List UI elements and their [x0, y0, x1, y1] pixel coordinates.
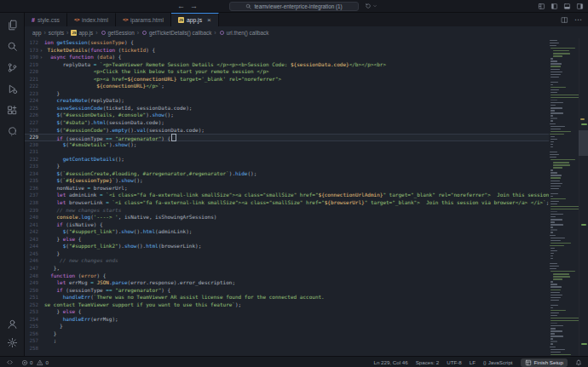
code-line[interactable]: 246// new changes ends [25, 257, 588, 265]
indentation-setting[interactable]: Spaces: 2 [416, 359, 440, 365]
code-line[interactable]: 251handleErr(`There was no TeamViewer AR… [25, 294, 588, 301]
code-line[interactable]: 229if (sessionType == "arregenarator") { [25, 134, 588, 141]
notifications-bell[interactable] [575, 359, 582, 366]
code-line[interactable]: 258 [25, 345, 588, 353]
files-icon[interactable] [7, 20, 18, 31]
fold-gutter [38, 243, 44, 250]
code-line[interactable]: 244$("#support_link2").show().html(brows… [25, 243, 588, 250]
js-icon: JS [71, 30, 77, 36]
code-line[interactable]: 256} [25, 330, 588, 338]
code-line[interactable]: 247}, [25, 265, 588, 272]
code-line[interactable]: 236nonNative = browserUrl; [25, 185, 588, 192]
code-line[interactable]: 252se contact TeamViewer support if you … [25, 301, 588, 309]
eol-setting[interactable]: LF [470, 359, 476, 365]
vscode-window: ←→ teamviewer-enterprice-integration (1)… [0, 0, 588, 367]
breadcrumb-item[interactable]: scripts [49, 30, 64, 36]
forward-icon[interactable]: → [190, 3, 198, 10]
remote-indicator[interactable] [6, 358, 14, 366]
fold-gutter [38, 170, 44, 178]
code-line[interactable]: 240console.log('----> ', isNative, isSho… [25, 214, 588, 221]
split-editor-icon[interactable] [561, 16, 568, 24]
code-line[interactable]: 219replyData = `<p>TeamViewer Remote Ses… [25, 61, 588, 69]
code-line[interactable]: 224createNote(replyData); [25, 97, 588, 105]
account-icon[interactable] [7, 318, 18, 330]
code-line[interactable]: 238let browserLink = `<i class="fa fa-ex… [25, 199, 588, 207]
breadcrumb-item[interactable]: getSession [101, 30, 135, 36]
breadcrumb-item[interactable]: JSapp.js [71, 30, 93, 36]
code-line[interactable]: 225saveSessionCode(ticketId, sessionData… [25, 105, 588, 112]
code-line[interactable]: 237let adminLink = `<i class="fa fa-exte… [25, 192, 588, 199]
customize-layout-icon[interactable] [538, 3, 545, 10]
panel-bottom-icon[interactable] [563, 3, 571, 10]
panel-right-icon[interactable] [576, 3, 584, 10]
code-line[interactable]: 241if (isNative) { [25, 221, 588, 229]
breadcrumb-item[interactable]: app [32, 30, 42, 36]
code-line[interactable]: 226$("#sessionDetails, #console").show()… [25, 112, 588, 119]
code-editor[interactable]: 172ion getSession(sessionType) {173›Tick… [25, 38, 588, 356]
code-line[interactable]: 242$("#support_link").show().html(adminL… [25, 228, 588, 236]
close-icon[interactable]: × [207, 18, 211, 23]
fold-chevron-icon[interactable]: › [38, 47, 44, 54]
tab-index.html[interactable]: <>index.html [67, 13, 116, 26]
sync-icon[interactable] [365, 3, 372, 9]
code-line[interactable]: 233} [25, 163, 588, 170]
code-line[interactable]: 232getContactDetails(); [25, 156, 588, 163]
code-line[interactable]: 248function (error) { [25, 272, 588, 280]
panel-left-icon[interactable] [551, 3, 558, 10]
tab-app.js[interactable]: JSapp.js× [171, 13, 219, 26]
vertical-scrollbar[interactable] [579, 130, 588, 156]
breadcrumb-item[interactable]: getTicketDetails() callback [141, 30, 211, 36]
line-number: 239 [27, 207, 38, 215]
code-line[interactable]: 172ion getSession(sessionType) { [25, 39, 588, 47]
line-number: 243 [27, 236, 38, 244]
activity-bar [0, 13, 25, 356]
code-line[interactable]: 235$(`#${sessionType}`).show(); [25, 177, 588, 185]
command-center-search[interactable]: teamviewer-enterprice-integration (1) [229, 2, 359, 11]
code-line[interactable]: 230$("#smsDetails").show(); [25, 141, 588, 149]
code-line[interactable]: 234$(`#sessionCreate,#loading, #arregena… [25, 170, 588, 178]
code-line[interactable]: 250if (sessionType == "arregenarator") { [25, 287, 588, 295]
html-icon: <> [74, 17, 79, 23]
code-line[interactable]: 221<p><a href=${connectionURL} target='_… [25, 76, 588, 83]
fold-chevron-icon[interactable]: › [38, 54, 44, 61]
code-line[interactable]: 239// new changes starts [25, 207, 588, 215]
remote-explorer-icon[interactable] [7, 126, 18, 137]
tab-style.css[interactable]: #style.css [25, 13, 67, 26]
run-debug-icon[interactable] [7, 83, 18, 95]
fold-gutter [38, 316, 44, 324]
search-icon[interactable] [7, 41, 18, 52]
extensions-icon[interactable] [7, 105, 18, 116]
code-line[interactable]: 223} [25, 90, 588, 98]
code-line[interactable]: 245} [25, 250, 588, 258]
code-line[interactable]: 254handleErr(errMsg); [25, 316, 588, 324]
code-line[interactable]: 190›async function (data) { [25, 54, 588, 61]
code-line[interactable]: 220<p>Click the link below to start your… [25, 68, 588, 76]
cursor-position[interactable]: Ln 229, Col 46 [373, 359, 407, 365]
finish-setup-button[interactable]: Finish Setup [521, 358, 568, 367]
code-line[interactable]: 243} else { [25, 236, 588, 244]
code-line[interactable]: 227$("#sData").html(sessionData.code); [25, 119, 588, 127]
code-line[interactable]: 173›TicketDetails(function (ticketId) { [25, 47, 588, 54]
code-line[interactable]: 222${connectionURL}</p>`; [25, 83, 588, 90]
warning-count: 0 [45, 359, 48, 365]
code-line[interactable]: 249let errMsg = JSON.parse(error.respons… [25, 279, 588, 287]
code-line[interactable]: 253} else { [25, 308, 588, 316]
back-icon[interactable]: ← [177, 3, 185, 10]
breadcrumb-item[interactable]: url.then() callback [219, 30, 269, 36]
language-mode[interactable]: {} JavaScript [483, 359, 513, 365]
status-bar: 0 0 Ln 229, Col 46 Spaces: 2 UTF-8 LF {}… [0, 356, 588, 367]
problems-indicator[interactable]: 0 0 [21, 359, 49, 366]
settings-gear-icon[interactable] [7, 337, 18, 348]
code-line[interactable]: 228$("#sessionCode").empty().val(session… [25, 127, 588, 135]
code-line[interactable]: 255} [25, 323, 588, 330]
code-line[interactable]: 257; [25, 337, 588, 345]
minimap[interactable] [549, 38, 579, 356]
more-actions-icon[interactable]: ⋯ [574, 16, 582, 24]
encoding-setting[interactable]: UTF-8 [447, 359, 462, 365]
chevron-down-icon[interactable] [372, 3, 378, 9]
search-icon [245, 3, 251, 9]
tab-iparams.html[interactable]: <>iparams.html [116, 13, 171, 26]
source-control-icon[interactable] [7, 62, 18, 73]
code-line[interactable]: 231 [25, 148, 588, 156]
error-count: 0 [30, 359, 32, 365]
